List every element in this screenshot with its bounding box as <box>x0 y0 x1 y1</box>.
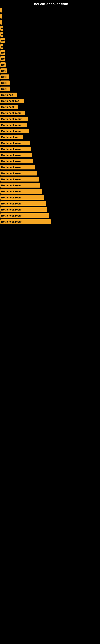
bar-label: Bottleneck result <box>0 165 35 170</box>
bars-container: BBBoBBoBoBoBotBottlBottlBottlBottlenecBo… <box>0 7 100 224</box>
bar-row: B <box>0 25 100 32</box>
bar-label: Bo <box>0 62 6 67</box>
bar-row: Bottleneck result <box>0 158 100 164</box>
bar-label: Bottl <box>0 80 10 85</box>
main-container: TheBottlenecker.com BBBoBBoBoBoBotBottlB… <box>0 0 100 644</box>
bar-row: Bottleneck result <box>0 194 100 200</box>
bar-row: Bottleneck result <box>0 164 100 170</box>
bar-row: Bottleneck result <box>0 152 100 158</box>
bar-row: Bottleneck <box>0 104 100 110</box>
bar-label: Bottleneck result <box>0 129 29 133</box>
bar-label: Bottl <box>0 86 10 91</box>
bar-row: Bottleneck result <box>0 182 100 188</box>
bar-row: Bottleneck result <box>0 140 100 146</box>
bar-label: Bottleneck result <box>0 183 40 188</box>
bar-label: Bottleneck result <box>0 171 37 176</box>
bar-row: Bottleneck result <box>0 212 100 218</box>
bar-row: Bo <box>0 56 100 62</box>
bar-row: Bo <box>0 38 100 44</box>
bar-row: Bo <box>0 50 100 56</box>
bar-label: Bottl <box>0 74 9 79</box>
bar-row <box>0 13 100 19</box>
bar-row: Bottl <box>0 86 100 92</box>
bar-row: Bottl <box>0 80 100 86</box>
bar-label: B <box>0 44 3 49</box>
site-title: TheBottlenecker.com <box>0 0 100 7</box>
bar-label: Bottleneck result <box>0 207 48 212</box>
bar-label: Bottlenec <box>0 92 17 97</box>
bar-row: Bottleneck result <box>0 200 100 206</box>
bar-label: Bottleneck resu <box>0 111 25 115</box>
bar-row: Bottleneck result <box>0 170 100 176</box>
bar-label: Bo <box>0 56 5 61</box>
bar-label: Bottleneck result <box>0 195 44 200</box>
bar-label: Bottleneck result <box>0 117 28 121</box>
bar-row: Bo <box>0 62 100 68</box>
bar-row: Bottleneck res <box>0 98 100 104</box>
bar-row: Bottleneck resu <box>0 122 100 128</box>
bar-label: Bottleneck result <box>0 219 51 224</box>
bar-row: Bottleneck result <box>0 218 100 224</box>
bar-label: Bottleneck result <box>0 147 31 151</box>
bar-row: Bottleneck result <box>0 176 100 182</box>
bar-label: Bottleneck result <box>0 159 33 164</box>
bar-row: Bottleneck result <box>0 116 100 122</box>
bar-row: Bottl <box>0 74 100 80</box>
bar-row: Bottlenec <box>0 92 100 98</box>
bar-label: Bottleneck <box>0 105 18 109</box>
bar-row: Bottleneck result <box>0 128 100 134</box>
bar-label <box>0 8 2 12</box>
bar-row: Bottleneck resu <box>0 110 100 116</box>
bar-label: Bottleneck result <box>0 213 49 218</box>
bar-label: Bo <box>0 50 5 55</box>
bar-label: Bot <box>0 68 7 73</box>
bar-label <box>0 20 2 24</box>
bar-label: Bottleneck res <box>0 98 24 103</box>
bar-row <box>0 7 100 13</box>
bar-label: Bottleneck result <box>0 189 42 194</box>
bar-label: B <box>0 26 3 30</box>
bar-label <box>0 14 2 18</box>
bar-row: Bottleneck re <box>0 134 100 140</box>
bar-label: Bottleneck result <box>0 177 39 182</box>
bar-row: B <box>0 32 100 38</box>
bar-row: Bot <box>0 68 100 74</box>
bar-label: Bottleneck result <box>0 201 46 206</box>
bar-row <box>0 19 100 25</box>
bar-label: Bo <box>0 38 5 43</box>
bar-label: Bottleneck resu <box>0 123 27 127</box>
bar-row: Bottleneck result <box>0 206 100 212</box>
bar-label: Bottleneck re <box>0 135 23 139</box>
bar-label: Bottleneck result <box>0 141 30 145</box>
bar-row: Bottleneck result <box>0 146 100 152</box>
bar-row: B <box>0 44 100 50</box>
bar-row: Bottleneck result <box>0 188 100 194</box>
bar-label: B <box>0 32 3 37</box>
bar-label: Bottleneck result <box>0 153 32 158</box>
